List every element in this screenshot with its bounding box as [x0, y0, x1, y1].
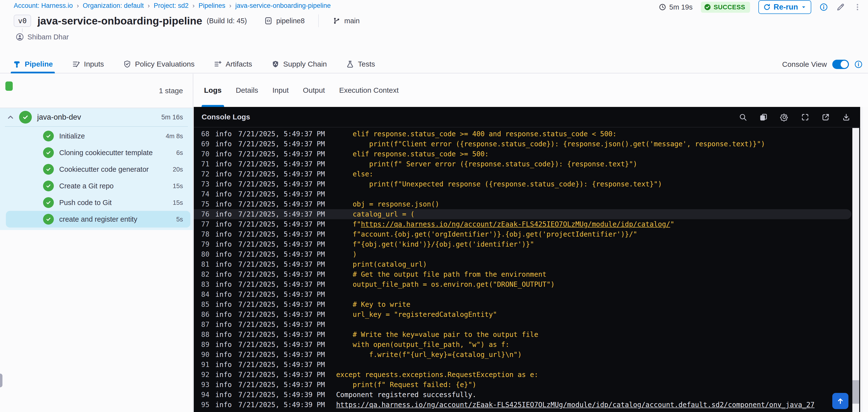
log-line-number: 72: [196, 170, 209, 178]
log-text: # Key to write: [336, 300, 410, 309]
log-line-84: 84info7/21/2025, 5:49:37 PM: [194, 289, 860, 299]
tab-tests[interactable]: Tests: [346, 55, 375, 73]
stage-row-java-onb-dev[interactable]: java-onb-dev 5m 16s: [0, 108, 193, 126]
log-text: obj = response.json(): [336, 200, 439, 208]
step-name: create and register entity: [59, 215, 176, 223]
log-text: url_key = "registeredCatalogEntity": [336, 311, 497, 319]
step-name: Initialize: [59, 132, 166, 140]
step-name: Cloning cookiecutter template: [59, 149, 176, 157]
branch-ref[interactable]: main: [333, 17, 360, 25]
log-line-86: 86info7/21/2025, 5:49:37 PM url_key = "r…: [194, 310, 860, 319]
tab-label: Pipeline: [25, 60, 53, 68]
step-row-cloning-cookiecutter-template[interactable]: Cloning cookiecutter template6s: [0, 144, 193, 161]
log-timestamp: 7/21/2025, 5:49:37 PM: [238, 220, 326, 228]
log-level: info: [215, 260, 232, 268]
search-icon[interactable]: [739, 113, 747, 121]
breadcrumb-item[interactable]: Account: Harness.io: [14, 2, 73, 9]
breadcrumb-item[interactable]: Organization: default: [83, 2, 144, 9]
log-line-number: 92: [196, 371, 209, 379]
step-row-create-and-register-entity[interactable]: create and register entity5s: [6, 211, 190, 227]
log-timestamp: 7/21/2025, 5:49:37 PM: [238, 290, 326, 298]
log-timestamp: 7/21/2025, 5:49:37 PM: [238, 351, 326, 359]
log-tab-input[interactable]: Input: [272, 74, 289, 107]
log-timestamp: 7/21/2025, 5:49:37 PM: [238, 271, 326, 278]
log-text: print(f" Server error ({response.status_…: [336, 160, 637, 168]
fullscreen-icon[interactable]: [801, 113, 809, 121]
log-tab-details[interactable]: Details: [236, 74, 258, 107]
tab-label: Policy Evaluations: [135, 60, 194, 68]
log-scrollbar-thumb[interactable]: [852, 380, 859, 404]
console-view-toggle[interactable]: [832, 60, 849, 69]
log-text: https://qa.harness.io/ng/account/zEaak-F…: [336, 401, 814, 409]
kebab-menu-icon[interactable]: [853, 3, 862, 11]
step-row-push-code-to-git[interactable]: Push code to Git15s: [0, 194, 193, 211]
log-text: elif response.status_code >= 500:: [336, 150, 489, 158]
log-line-number: 78: [196, 230, 209, 238]
panel-drag-handle[interactable]: [0, 374, 2, 387]
info-icon[interactable]: [819, 3, 828, 11]
log-tab-execution-context[interactable]: Execution Context: [339, 74, 399, 107]
rerun-button[interactable]: Re-run: [758, 0, 811, 14]
pipeline-header: v0 java-service-onboarding-pipeline (Bui…: [14, 13, 360, 28]
log-timestamp: 7/21/2025, 5:49:37 PM: [238, 341, 326, 349]
log-level: info: [215, 320, 232, 328]
log-level: info: [215, 230, 232, 238]
log-text: print(f"Client error ({response.status_c…: [336, 140, 765, 148]
tab-policy-evaluations[interactable]: Policy Evaluations: [123, 55, 194, 73]
step-row-create-a-git-repo[interactable]: Create a Git repo15s: [0, 178, 193, 194]
chevron-up-icon[interactable]: [6, 113, 15, 121]
breadcrumb-item[interactable]: Project: sd2: [154, 2, 189, 9]
log-line-92: 92info7/21/2025, 5:49:37 PMexcept reques…: [194, 370, 860, 380]
log-tab-logs[interactable]: Logs: [204, 74, 222, 107]
step-name: Push code to Git: [59, 199, 173, 207]
copy-icon[interactable]: [760, 113, 768, 121]
log-timestamp: 7/21/2025, 5:49:37 PM: [238, 230, 326, 238]
log-timestamp: 7/21/2025, 5:49:37 PM: [238, 381, 326, 389]
log-line-number: 76: [196, 210, 209, 218]
stage-chip[interactable]: [5, 82, 13, 91]
open-in-new-icon[interactable]: [822, 113, 830, 121]
console-view-info-icon[interactable]: [854, 60, 863, 68]
log-text: with open(output_file_path, "w") as f:: [336, 341, 509, 349]
log-line-number: 70: [196, 150, 209, 158]
pipeline-ref[interactable]: pipeline8: [264, 17, 305, 25]
settings-icon[interactable]: [780, 113, 789, 122]
log-text: # Write the key=value pair to the output…: [336, 330, 538, 339]
log-level: info: [215, 311, 232, 319]
log-line-83: 83info7/21/2025, 5:49:37 PM output_file_…: [194, 279, 860, 289]
log-line-94: 94info7/21/2025, 5:49:39 PMComponent reg…: [194, 390, 860, 400]
tab-artifacts[interactable]: Artifacts: [214, 55, 252, 73]
log-tab-output[interactable]: Output: [303, 74, 325, 107]
log-line-number: 90: [196, 351, 209, 359]
log-scrollbar: [852, 128, 859, 412]
tab-supply-chain[interactable]: Supply Chain: [271, 55, 327, 73]
log-line-76: 76info7/21/2025, 5:49:37 PM catalog_url …: [194, 209, 851, 219]
console-log-lines: 68info7/21/2025, 5:49:37 PM elif respons…: [194, 128, 860, 412]
log-timestamp: 7/21/2025, 5:49:37 PM: [238, 170, 326, 178]
log-level: info: [215, 200, 232, 208]
log-line-number: 94: [196, 391, 209, 399]
log-link[interactable]: https://qa.harness.io/ng/account/zEaak-F…: [361, 220, 670, 228]
download-icon[interactable]: [842, 113, 850, 121]
step-duration: 20s: [173, 166, 183, 173]
breadcrumb-item[interactable]: java-service-onboarding-pipeline: [235, 2, 331, 9]
tab-inputs[interactable]: Inputs: [72, 55, 104, 73]
log-line-number: 81: [196, 260, 209, 268]
step-row-initialize[interactable]: Initialize4m 8s: [0, 128, 193, 144]
log-line-number: 93: [196, 381, 209, 389]
console-header: Console Logs: [194, 107, 860, 127]
log-timestamp: 7/21/2025, 5:49:37 PM: [238, 320, 326, 328]
step-name: Cookiecutter code generator: [59, 165, 173, 173]
edit-pencil-icon[interactable]: [836, 3, 845, 11]
log-link[interactable]: https://qa.harness.io/ng/account/zEaak-F…: [336, 401, 814, 409]
log-level: info: [215, 250, 232, 258]
log-tabbar: LogsDetailsInputOutputExecution Context: [194, 74, 868, 107]
tab-pipeline[interactable]: Pipeline: [13, 55, 53, 73]
scroll-to-top-button[interactable]: [832, 393, 848, 409]
log-line-78: 78info7/21/2025, 5:49:37 PM f"account.{o…: [194, 229, 860, 239]
log-line-number: 85: [196, 300, 209, 309]
success-check-icon: [704, 3, 711, 11]
run-duration-label: 5m 19s: [669, 3, 692, 11]
breadcrumb-item[interactable]: Pipelines: [198, 2, 225, 9]
step-row-cookiecutter-code-generator[interactable]: Cookiecutter code generator20s: [0, 161, 193, 178]
